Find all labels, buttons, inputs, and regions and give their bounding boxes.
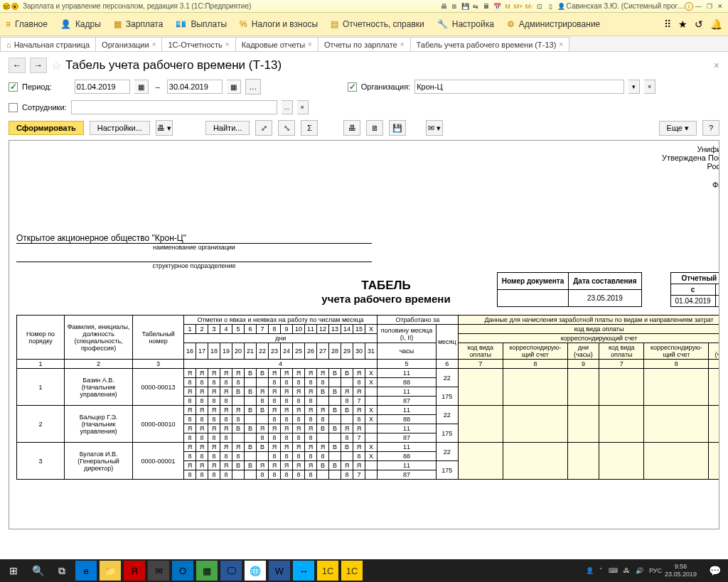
find-button[interactable]: Найти... (205, 121, 250, 135)
tab-1c-otchetnost[interactable]: 1С-Отчетность× (161, 37, 235, 51)
date-to-input[interactable] (167, 80, 223, 94)
1c-icon[interactable]: 1C (317, 561, 338, 581)
outlook-icon[interactable]: O (172, 561, 193, 581)
search-icon[interactable]: 🔍 (27, 561, 48, 581)
start-button[interactable]: ⊞ (3, 561, 24, 581)
doc-icon[interactable]: ▯ (545, 2, 556, 11)
collapse-all-icon[interactable]: ⤡ (278, 120, 295, 136)
report-viewport[interactable]: Унифицированн Утверждена Постановлен Рос… (9, 140, 719, 529)
m-minus-icon[interactable]: M- (524, 2, 535, 11)
clock[interactable]: 9:5623.05.2019 (665, 563, 701, 578)
lang-indicator[interactable]: РУС (649, 567, 662, 574)
notifications-icon[interactable]: 🔔 (710, 18, 722, 30)
forward-button[interactable]: → (30, 58, 47, 73)
doc-russia: России от 5 я (16, 162, 719, 171)
tab-kadrovye-otchety[interactable]: Кадровые отчеты× (235, 37, 318, 51)
pdf-icon[interactable]: 🗎 (366, 120, 383, 136)
compare-icon[interactable]: ⇆ (471, 2, 481, 11)
mail-icon[interactable]: ✉ ▾ (426, 120, 443, 136)
info-icon[interactable]: i (685, 2, 693, 11)
restore-icon[interactable]: ❐ (704, 2, 714, 11)
doc-org-name: Открытое акционерное общество "Крон-Ц" (16, 233, 372, 244)
close-icon[interactable]: × (559, 41, 563, 48)
history-icon[interactable]: ↺ (695, 18, 703, 30)
sum-icon[interactable]: Σ (301, 120, 318, 136)
period-checkbox[interactable] (9, 82, 18, 92)
keyboard-icon[interactable]: ⌨ (609, 567, 618, 574)
page-title: Табель учета рабочего времени (Т-13) (65, 58, 282, 72)
help-icon[interactable]: ? (702, 120, 719, 136)
action-toolbar: Сформировать Настройки... 🖶 ▾ Найти... ⤢… (0, 117, 728, 139)
org-dropdown-icon[interactable]: ▾ (628, 80, 640, 94)
star-icon[interactable]: ☆ (51, 59, 61, 72)
chrome-icon[interactable]: 🌐 (245, 561, 266, 581)
org-clear-icon[interactable]: × (644, 80, 655, 94)
print-button[interactable]: 🖶 ▾ (156, 120, 173, 136)
calendar-from-icon[interactable]: ▦ (134, 80, 149, 94)
minimize-icon[interactable]: — (693, 2, 704, 11)
teamviewer-icon[interactable]: ↔ (293, 561, 314, 581)
employees-label: Сотрудники: (22, 103, 67, 112)
network-icon[interactable]: 🖧 (623, 567, 630, 574)
back-button[interactable]: ← (9, 58, 26, 73)
menu-otchetnost[interactable]: ▤Отчетность, справки (331, 19, 424, 29)
word-icon[interactable]: W (269, 561, 290, 581)
tab-start[interactable]: ⌂Начальная страница (0, 37, 96, 51)
calc-icon[interactable]: 🖩 (481, 2, 492, 11)
employees-more-icon[interactable]: … (282, 100, 293, 114)
tab-organizations[interactable]: Организации× (95, 37, 162, 51)
close-icon[interactable]: × (400, 41, 405, 48)
task-view-icon[interactable]: ⧉ (51, 561, 73, 581)
org-input[interactable] (414, 80, 624, 94)
menu-vyplaty[interactable]: 💶Выплаты (176, 19, 227, 29)
save-disk-icon[interactable]: 💾 (389, 120, 406, 136)
calendar-to-icon[interactable]: ▦ (227, 80, 241, 94)
m-icon[interactable]: M (503, 2, 513, 11)
close-icon[interactable]: × (308, 41, 312, 48)
settings-button[interactable]: Настройки... (90, 121, 150, 135)
menu-admin[interactable]: ⚙Администрирование (507, 19, 600, 29)
explorer-icon[interactable]: 📁 (100, 561, 121, 581)
employees-clear-icon[interactable]: × (297, 100, 309, 114)
favorites-icon[interactable]: ★ (678, 18, 687, 30)
excel-icon[interactable]: ▦ (196, 561, 218, 581)
generate-button[interactable]: Сформировать (9, 121, 84, 135)
employees-checkbox[interactable] (9, 103, 18, 112)
tray-chevron-icon[interactable]: ˄ (599, 567, 603, 574)
org-checkbox[interactable] (348, 82, 357, 92)
close-icon[interactable]: × (152, 41, 156, 48)
calendar-icon[interactable]: 📅 (492, 2, 503, 11)
save-icon[interactable]: 💾 (460, 2, 471, 11)
yandex-icon[interactable]: Я (124, 561, 145, 581)
menu-nalogi[interactable]: %Налоги и взносы (240, 19, 318, 29)
page-close-icon[interactable]: × (714, 60, 719, 71)
more-button[interactable]: Еще ▾ (659, 121, 697, 136)
contact-icon[interactable]: 👤 (586, 567, 594, 574)
menu-zarplata[interactable]: ▦Зарплата (114, 19, 164, 29)
menu-nastroyka[interactable]: 🔧Настройка (437, 19, 494, 29)
close-window-icon[interactable]: ✕ (714, 2, 725, 11)
printer-icon[interactable]: 🖶 (343, 120, 360, 136)
user-icon[interactable]: 👤 (556, 2, 567, 11)
print-icon[interactable]: 🖶 (439, 2, 449, 11)
period-more-button[interactable]: … (245, 79, 261, 95)
tools-icon[interactable]: ⊡ (535, 2, 545, 11)
expand-all-icon[interactable]: ⤢ (255, 120, 272, 136)
sound-icon[interactable]: 🔊 (636, 567, 643, 574)
employees-input[interactable] (71, 100, 277, 114)
action-center-icon[interactable]: 💬 (704, 561, 725, 581)
close-icon[interactable]: × (225, 41, 230, 48)
date-from-input[interactable] (75, 80, 130, 94)
1c-icon-2[interactable]: 1C (341, 561, 363, 581)
m-plus-icon[interactable]: M+ (513, 2, 524, 11)
menu-main[interactable]: ≡Главное (6, 19, 48, 29)
tab-tabel-t13[interactable]: Табель учета рабочего времени (Т-13)× (410, 37, 570, 51)
tray-area[interactable]: 👤 ˄ ⌨ 🖧 🔊 РУС (586, 567, 662, 574)
edge-icon[interactable]: e (75, 561, 97, 581)
apps-grid-icon[interactable]: ⠿ (664, 18, 671, 30)
mail-icon[interactable]: ✉ (148, 561, 169, 581)
preview-icon[interactable]: 🗎 (449, 2, 460, 11)
screen-icon[interactable]: 🖵 (220, 561, 242, 581)
tab-otchety-zarplate[interactable]: Отчеты по зарплате× (318, 37, 411, 51)
menu-kadry[interactable]: 👤Кадры (60, 19, 101, 29)
